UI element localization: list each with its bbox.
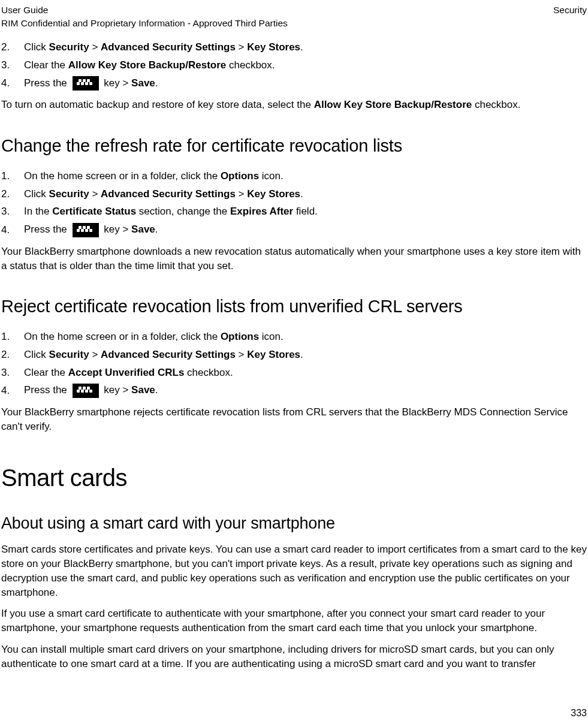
step-text: On the home screen or in a folder, click… xyxy=(24,330,587,344)
note-text: To turn on automatic backup and restore … xyxy=(1,98,587,112)
menu-key-icon xyxy=(73,384,99,398)
step-item: 2. Click Security > Advanced Security Se… xyxy=(1,40,587,55)
chapter-heading: Smart cards xyxy=(1,461,587,494)
header-title: User Guide xyxy=(1,4,288,17)
step-item: 1. On the home screen or in a folder, cl… xyxy=(1,169,587,183)
step-item: 2. Click Security > Advanced Security Se… xyxy=(1,348,587,362)
note-text: Your BlackBerry smartphone rejects certi… xyxy=(1,405,587,434)
step-text: On the home screen or in a folder, click… xyxy=(24,169,587,183)
header-subtitle: RIM Confidential and Proprietary Informa… xyxy=(1,17,288,30)
menu-key-icon xyxy=(73,76,99,91)
step-number: 3. xyxy=(1,58,24,73)
step-text: Click Security > Advanced Security Setti… xyxy=(24,187,587,201)
step-item: 3. Clear the Accept Unverified CRLs chec… xyxy=(1,366,587,380)
step-item: 3. In the Certificate Status section, ch… xyxy=(1,204,587,219)
step-number: 2. xyxy=(1,40,24,55)
step-number: 1. xyxy=(1,330,24,344)
page-header: User Guide RIM Confidential and Propriet… xyxy=(0,0,588,29)
step-number: 4. xyxy=(1,76,24,91)
page-content: 2. Click Security > Advanced Security Se… xyxy=(0,29,588,671)
step-item: 4. Press the key > Save. xyxy=(1,383,587,398)
step-number: 2. xyxy=(1,187,24,201)
step-text: In the Certificate Status section, chang… xyxy=(24,204,587,219)
step-item: 3. Clear the Allow Key Store Backup/Rest… xyxy=(1,58,587,73)
menu-key-icon xyxy=(73,223,99,237)
header-left: User Guide RIM Confidential and Propriet… xyxy=(1,4,288,29)
step-number: 1. xyxy=(1,169,24,183)
step-item: 2. Click Security > Advanced Security Se… xyxy=(1,187,587,201)
section-heading: About using a smart card with your smart… xyxy=(1,512,587,535)
step-list-crl-reject: 1. On the home screen or in a folder, cl… xyxy=(1,330,587,398)
step-list-top: 2. Click Security > Advanced Security Se… xyxy=(1,40,587,91)
page-number: 333 xyxy=(571,707,587,720)
step-item: 1. On the home screen or in a folder, cl… xyxy=(1,330,587,344)
body-paragraph: Smart cards store certificates and priva… xyxy=(1,542,587,599)
step-text: Click Security > Advanced Security Setti… xyxy=(24,40,587,55)
section-heading: Reject certificate revocation lists from… xyxy=(1,294,587,319)
step-text: Press the key > Save. xyxy=(24,383,587,398)
step-item: 4. Press the key > Save. xyxy=(1,222,587,237)
step-number: 2. xyxy=(1,348,24,362)
note-text: Your BlackBerry smartphone downloads a n… xyxy=(1,245,587,273)
step-item: 4. Press the key > Save. xyxy=(1,76,587,91)
section-heading: Change the refresh rate for certificate … xyxy=(1,134,587,158)
body-paragraph: You can install multiple smart card driv… xyxy=(1,642,587,671)
step-text: Press the key > Save. xyxy=(24,76,587,91)
step-text: Clear the Allow Key Store Backup/Restore… xyxy=(24,58,587,73)
body-paragraph: If you use a smart card certificate to a… xyxy=(1,607,587,635)
header-section: Security xyxy=(553,4,587,29)
step-number: 3. xyxy=(1,204,24,219)
step-number: 4. xyxy=(1,384,24,398)
step-number: 3. xyxy=(1,366,24,380)
step-number: 4. xyxy=(1,223,24,237)
step-list-crl-refresh: 1. On the home screen or in a folder, cl… xyxy=(1,169,587,237)
step-text: Press the key > Save. xyxy=(24,222,587,237)
step-text: Clear the Accept Unverified CRLs checkbo… xyxy=(24,366,587,380)
step-text: Click Security > Advanced Security Setti… xyxy=(24,348,587,362)
